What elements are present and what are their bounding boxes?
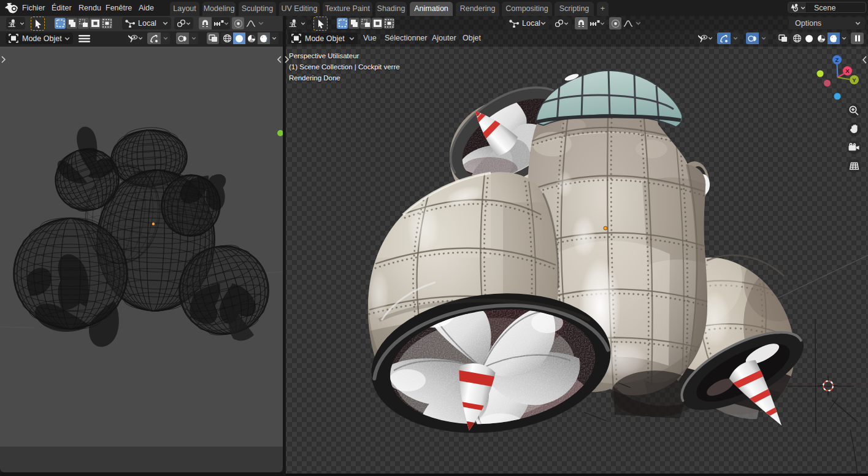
svg-text:X: X (845, 67, 850, 74)
svg-text:Y: Y (852, 77, 856, 83)
svg-text:Z: Z (835, 56, 839, 63)
